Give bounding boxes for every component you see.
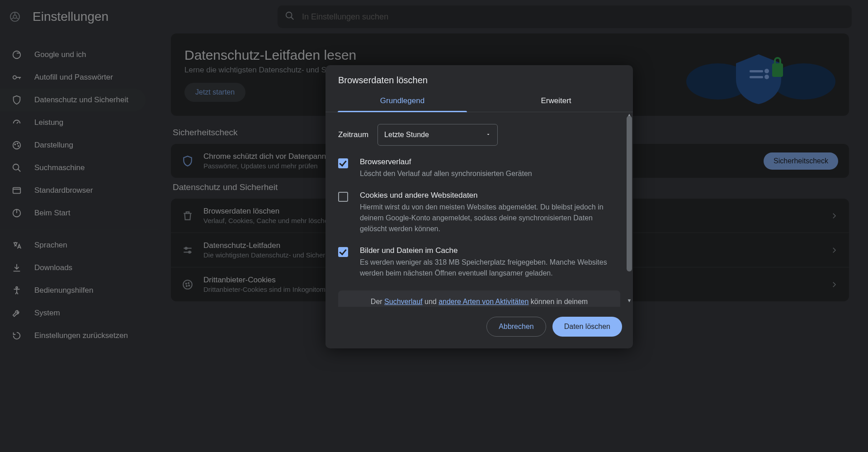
shield-icon xyxy=(182,155,193,167)
sliders-icon xyxy=(182,244,193,256)
key-icon xyxy=(12,72,22,82)
sidebar-item-label: Beim Start xyxy=(34,209,70,218)
cookie-icon xyxy=(182,279,193,290)
sidebar-item-accessibility[interactable]: Bedienungshilfen xyxy=(0,279,146,302)
svg-point-24 xyxy=(188,282,189,283)
svg-point-23 xyxy=(186,283,187,284)
chrome-logo-icon xyxy=(10,12,20,22)
note-text: und xyxy=(423,298,439,305)
shield-icon xyxy=(12,95,22,105)
sidebar-item-label: Suchmaschine xyxy=(34,163,85,172)
reset-icon xyxy=(12,331,22,341)
svg-point-17 xyxy=(764,69,769,73)
security-check-button[interactable]: Sicherheitscheck xyxy=(764,152,838,170)
svg-point-25 xyxy=(186,285,187,286)
time-range-select[interactable]: Letzte Stunde xyxy=(377,124,498,146)
checkbox-sub: Hiermit wirst du von den meisten Website… xyxy=(360,202,620,234)
sidebar-item-startup[interactable]: Beim Start xyxy=(0,202,146,224)
clear-data-button[interactable]: Daten löschen xyxy=(552,317,622,337)
svg-point-21 xyxy=(189,251,190,253)
svg-rect-19 xyxy=(772,63,783,77)
chevron-right-icon xyxy=(830,281,838,289)
sidebar-item-languages[interactable]: Sprachen xyxy=(0,234,146,257)
cancel-button[interactable]: Abbrechen xyxy=(486,317,546,337)
checkbox-row-cookies: Cookies und andere Websitedaten Hiermit … xyxy=(338,191,620,234)
wrench-icon xyxy=(12,308,22,318)
checkbox-sub: Löscht den Verlauf auf allen synchronisi… xyxy=(360,168,620,179)
svg-point-8 xyxy=(18,146,19,147)
sidebar-divider xyxy=(0,229,158,229)
svg-point-9 xyxy=(13,164,19,170)
scroll-down-arrow-icon[interactable]: ▼ xyxy=(627,298,632,303)
google-icon xyxy=(12,50,22,60)
svg-point-12 xyxy=(16,287,18,289)
sidebar-item-label: Standardbrowser xyxy=(34,186,93,195)
power-icon xyxy=(12,208,22,218)
dropdown-arrow-icon xyxy=(486,131,491,139)
tab-advanced[interactable]: Erweitert xyxy=(479,90,633,112)
download-icon xyxy=(12,263,22,273)
sidebar-item-label: Google und ich xyxy=(34,50,86,59)
checkbox-row-cache: Bilder und Dateien im Cache Es werden we… xyxy=(338,246,620,279)
sidebar-item-reset[interactable]: Einstellungen zurücksetzen xyxy=(0,324,146,347)
trash-icon xyxy=(182,210,193,222)
checkbox-title: Cookies und andere Websitedaten xyxy=(360,191,620,200)
search-history-link[interactable]: Suchverlauf xyxy=(384,298,423,305)
palette-icon xyxy=(12,140,22,150)
checkbox-cookies[interactable] xyxy=(338,192,348,202)
checkbox-title: Browserverlauf xyxy=(360,157,620,167)
sidebar-item-default-browser[interactable]: Standardbrowser xyxy=(0,179,146,202)
svg-point-18 xyxy=(764,75,769,79)
sidebar-item-label: Downloads xyxy=(34,263,72,272)
search-container[interactable] xyxy=(278,5,852,28)
privacy-illustration-icon xyxy=(682,45,835,104)
sidebar-item-label: Sprachen xyxy=(34,241,67,250)
sidebar-item-label: Einstellungen zurücksetzen xyxy=(34,331,128,340)
svg-rect-10 xyxy=(13,188,21,194)
speed-icon xyxy=(12,118,22,128)
sidebar-item-appearance[interactable]: Darstellung xyxy=(0,134,146,157)
search-icon xyxy=(12,163,22,173)
chevron-right-icon xyxy=(830,246,838,254)
note-text: können in deinem xyxy=(528,298,588,305)
svg-point-2 xyxy=(286,12,292,18)
sidebar-item-performance[interactable]: Leistung xyxy=(0,111,146,134)
checkbox-history[interactable] xyxy=(338,158,348,168)
svg-rect-15 xyxy=(750,70,763,72)
svg-point-1 xyxy=(13,15,16,18)
sidebar-item-label: System xyxy=(34,309,60,318)
accessibility-icon xyxy=(12,285,22,295)
sidebar-item-system[interactable]: System xyxy=(0,302,146,324)
checkbox-row-history: Browserverlauf Löscht den Verlauf auf al… xyxy=(338,157,620,179)
browser-icon xyxy=(12,186,22,195)
dialog-scrollbar[interactable] xyxy=(627,116,632,271)
svg-point-20 xyxy=(185,247,187,249)
svg-point-5 xyxy=(13,142,21,149)
sidebar-item-label: Darstellung xyxy=(34,141,73,150)
sidebar-item-privacy[interactable]: Datenschutz und Sicherheit xyxy=(0,89,146,111)
language-icon xyxy=(12,240,22,250)
checkbox-sub: Es werden weniger als 318 MB Speicherpla… xyxy=(360,257,620,279)
sidebar-item-label: Datenschutz und Sicherheit xyxy=(34,95,128,105)
sidebar-item-search-engine[interactable]: Suchmaschine xyxy=(0,157,146,179)
other-activity-link[interactable]: andere Arten von Aktivitäten xyxy=(439,298,528,305)
sidebar-item-google[interactable]: Google und ich xyxy=(0,43,146,66)
checkbox-cache[interactable] xyxy=(338,247,348,257)
svg-point-3 xyxy=(13,51,21,59)
chevron-right-icon xyxy=(830,212,838,220)
sidebar-item-downloads[interactable]: Downloads xyxy=(0,257,146,279)
sidebar: Google und ich Autofill und Passwörter D… xyxy=(0,33,158,452)
sidebar-item-autofill[interactable]: Autofill und Passwörter xyxy=(0,66,146,89)
page-title: Einstellungen xyxy=(33,10,108,24)
sidebar-item-label: Autofill und Passwörter xyxy=(34,73,113,82)
info-note: Der Suchverlauf und andere Arten von Akt… xyxy=(338,290,620,307)
tab-basic[interactable]: Grundlegend xyxy=(326,90,479,112)
search-icon xyxy=(285,11,295,23)
svg-point-26 xyxy=(189,285,189,286)
search-input[interactable] xyxy=(302,12,844,22)
checkbox-title: Bilder und Dateien im Cache xyxy=(360,246,620,255)
svg-point-6 xyxy=(14,144,15,145)
guide-start-button[interactable]: Jetzt starten xyxy=(184,83,245,102)
guide-title: Datenschutz-Leitfaden lesen xyxy=(184,48,671,63)
time-range-label: Zeitraum xyxy=(338,130,368,139)
